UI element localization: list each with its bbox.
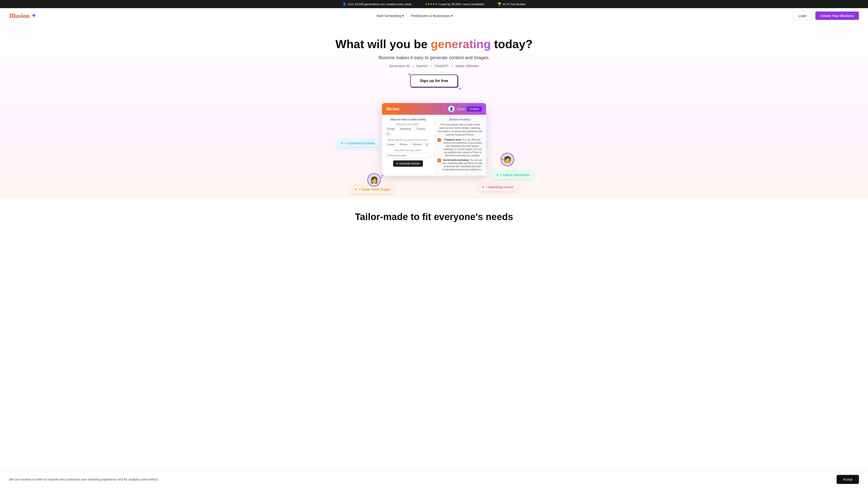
commercial-icon: ✦ bbox=[341, 141, 344, 145]
mockup-header: Illusion 👤 Share Publish bbox=[382, 103, 486, 115]
mockup-body: Ideas for how to make money What are you… bbox=[382, 115, 486, 176]
logo: Illusion ✦ bbox=[9, 12, 36, 20]
hero-tags: Generative AI • OpenAI • ChatGPT • Stabl… bbox=[4, 64, 864, 68]
hero-mockup-area: ✦ + Commercial Emails 👩 ↗ Illusion 👤 Sha… bbox=[332, 103, 536, 198]
hero-title-suffix: today? bbox=[491, 37, 532, 51]
result-text-1: You can offer your services as a freelan… bbox=[443, 138, 482, 157]
social-text: + Social media images bbox=[359, 188, 391, 191]
result-title-1: Freelance work: bbox=[445, 138, 462, 141]
mockup-question: Ideas for how to make money bbox=[385, 118, 431, 121]
lawyer-text: + Lawyer documents bbox=[500, 173, 529, 177]
logo-dot: ✦ bbox=[31, 12, 36, 19]
tag-gen-ai: Generative AI bbox=[389, 64, 410, 68]
result-desc-2: Social media marketing: You can use your… bbox=[442, 159, 483, 171]
mockup-right-panel: Illusion result(s): There are several wa… bbox=[434, 115, 486, 176]
hours-input[interactable] bbox=[385, 153, 431, 158]
mockup-publish-button[interactable]: Publish bbox=[467, 106, 482, 111]
result-title-2: Social media marketing: bbox=[443, 159, 469, 161]
nav-freelancers-label: Freelancers & Businesses bbox=[411, 14, 450, 18]
logo-text: Illusion bbox=[9, 12, 29, 19]
result-intro: There are several ways to make money bas… bbox=[437, 123, 483, 136]
mockup-share-button[interactable]: Share bbox=[457, 107, 465, 111]
avatar-left-img: 👩 bbox=[370, 176, 378, 184]
nav-start-label: Start Generating bbox=[376, 14, 401, 18]
nav-links: Start Generating ▾ Freelancers & Busines… bbox=[376, 14, 453, 18]
navbar: Illusion ✦ Start Generating ▾ Freelancer… bbox=[0, 8, 868, 24]
floating-marketing: ✦ + Marketing content bbox=[477, 183, 518, 191]
tag-design: Design bbox=[385, 127, 397, 131]
trophy-icon: 🏆 bbox=[498, 2, 501, 6]
tag-marketing: Marketing bbox=[398, 127, 413, 131]
avatar-left: 👩 bbox=[367, 173, 381, 187]
banner-text-1: Over 10,000 generations are created ever… bbox=[348, 2, 411, 6]
top-banner: 👤 Over 10,000 generations are created ev… bbox=[0, 0, 868, 8]
mockup-left-panel: Ideas for how to make money What are you… bbox=[382, 115, 434, 176]
result-title: Illusion result(s): bbox=[437, 118, 483, 121]
mockup-logo: Illusion bbox=[386, 107, 399, 111]
mockup-header-right: 👤 Share Publish bbox=[448, 106, 482, 112]
nav-start-arrow: ▾ bbox=[402, 14, 404, 18]
avatar-right-img: 🧑 bbox=[504, 156, 512, 163]
hours-label: How offer can you work? bbox=[385, 149, 431, 152]
dot-3: • bbox=[452, 64, 453, 68]
nav-freelancers-arrow: ▾ bbox=[451, 14, 453, 18]
mockup-tool-tags: Canva iPhone Chrome ▾ bbox=[385, 142, 431, 147]
floating-social: ✦ + Social media images bbox=[350, 185, 395, 193]
banner-item-2: ★★★★★ Loved by 30,000+ users worldwide bbox=[425, 2, 484, 6]
result-item-2: 2 Social media marketing: You can use yo… bbox=[437, 159, 483, 171]
nav-freelancers[interactable]: Freelancers & Businesses ▾ bbox=[411, 14, 453, 18]
social-icon: ✦ bbox=[354, 188, 357, 191]
tag-chrome: Chrome bbox=[410, 142, 423, 147]
login-button[interactable]: Login bbox=[793, 11, 812, 20]
dot-1: • bbox=[412, 64, 413, 68]
floating-lawyer: ✦ + Lawyer documents bbox=[492, 171, 533, 179]
lawyer-icon: ✦ bbox=[496, 173, 499, 177]
banner-text-2: Loved by 30,000+ users worldwide bbox=[439, 2, 484, 6]
result-num-2: 2 bbox=[437, 159, 441, 162]
nav-right: Login Create Your Illusions bbox=[793, 11, 859, 20]
marketing-icon: ✦ bbox=[482, 185, 485, 189]
banner-item-3: 🏆 #1 AI Tool Builder bbox=[498, 2, 526, 6]
result-item-1: 1 Freelance work: You can offer your ser… bbox=[437, 138, 483, 157]
result-num-1: 1 bbox=[437, 138, 441, 142]
dot-2: • bbox=[431, 64, 432, 68]
tailor-title: Tailor-made to fit everyone's needs bbox=[4, 212, 864, 222]
tag-iphone: iPhone bbox=[398, 142, 409, 147]
user-icon: 👤 bbox=[342, 2, 346, 6]
generate-button[interactable]: ✦ Generate Illusion bbox=[393, 160, 423, 167]
hero-title-prefix: What will you be bbox=[336, 37, 431, 51]
nav-start-generating[interactable]: Start Generating ▾ bbox=[376, 14, 404, 18]
banner-item-1: 👤 Over 10,000 generations are created ev… bbox=[342, 2, 411, 6]
mockup-skill-tags: Design Marketing Content ▾ bbox=[385, 127, 431, 136]
tag-canva: Canva bbox=[385, 142, 397, 147]
create-button[interactable]: Create Your Illusions bbox=[815, 11, 859, 20]
marketing-text: + Marketing content bbox=[486, 185, 514, 189]
tag-openai: OpenAI bbox=[416, 64, 428, 68]
signup-button[interactable]: Sign up for free bbox=[410, 74, 458, 87]
tag-content: Content bbox=[414, 127, 427, 131]
tools-dropdown-icon[interactable]: ▾ bbox=[425, 142, 430, 147]
tag-chatgpt: ChatGPT bbox=[434, 64, 448, 68]
banner-text-3: #1 AI Tool Builder bbox=[503, 2, 526, 6]
tag-stable-diffusion: Stable Diffusion bbox=[455, 64, 479, 68]
commercial-text: + Commercial Emails bbox=[345, 141, 375, 145]
hero-title: What will you be generating today? bbox=[4, 37, 864, 51]
sparkle-bottom-right: ✦ bbox=[458, 86, 462, 91]
hero-title-highlight: generating bbox=[431, 37, 491, 51]
mockup-card: Illusion 👤 Share Publish Ideas for how t… bbox=[382, 103, 486, 176]
skills-label: What are your skills? bbox=[385, 123, 431, 126]
tools-label: What tools do you know how to use? bbox=[385, 138, 431, 141]
floating-commercial: ✦ + Commercial Emails bbox=[337, 139, 379, 147]
skills-dropdown-icon[interactable]: ▾ bbox=[385, 132, 391, 136]
mockup-user-avatar: 👤 bbox=[448, 106, 455, 112]
result-desc-1: Freelance work: You can offer your servi… bbox=[442, 138, 483, 157]
stars-icon: ★★★★★ bbox=[425, 2, 437, 6]
hero-subtitle: Illusions makes it easy to generate cont… bbox=[4, 55, 864, 60]
hero-section: What will you be generating today? Illus… bbox=[0, 24, 868, 198]
tailor-section: Tailor-made to fit everyone's needs bbox=[0, 198, 868, 231]
